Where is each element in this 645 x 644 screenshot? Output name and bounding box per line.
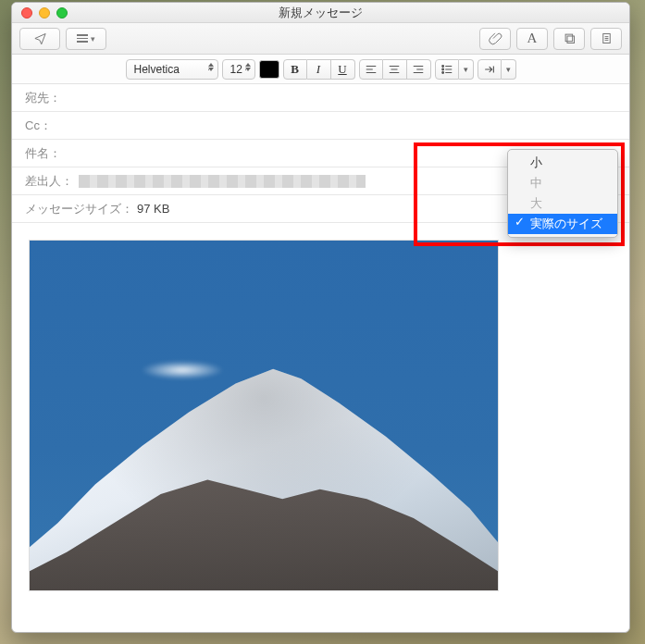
italic-button[interactable]: I [307, 59, 331, 80]
font-family-value: Helvetica [134, 63, 180, 76]
image-size-option-medium[interactable]: 中 [508, 173, 617, 193]
text-style-group: B I U [283, 59, 355, 80]
image-size-dropdown: 小 中 大 実際のサイズ [507, 149, 618, 238]
font-size-select[interactable]: 12 [222, 59, 255, 80]
send-button[interactable] [19, 28, 60, 50]
chevron-down-icon: ▾ [91, 34, 95, 43]
attached-image[interactable] [29, 240, 499, 591]
to-field[interactable]: 宛先： [12, 84, 629, 112]
titlebar: 新規メッセージ [12, 3, 629, 23]
cc-field[interactable]: Cc： [12, 112, 629, 140]
compose-window: 新規メッセージ ▾ A [11, 2, 630, 633]
image-size-option-actual[interactable]: 実際のサイズ [508, 214, 617, 234]
indent-group: ▾ [478, 59, 516, 80]
attach-button[interactable] [479, 28, 511, 50]
bullet-list-button[interactable] [435, 59, 459, 80]
bold-button[interactable]: B [283, 59, 307, 80]
list-options-button[interactable]: ▾ [459, 59, 474, 80]
font-icon: A [527, 31, 538, 46]
format-bar: Helvetica 12 B I U ▾ [12, 55, 629, 84]
message-body[interactable] [12, 223, 629, 608]
font-size-value: 12 [230, 63, 242, 76]
format-button[interactable]: A [516, 28, 548, 50]
header-fields-menu[interactable]: ▾ [66, 28, 106, 50]
message-size-label: メッセージサイズ： [25, 201, 133, 217]
document-icon [600, 31, 614, 45]
underline-button[interactable]: U [331, 59, 355, 80]
align-center-button[interactable] [383, 59, 407, 80]
alignment-group [359, 59, 431, 80]
message-size-value: 97 KB [137, 202, 169, 216]
svg-point-3 [441, 65, 443, 67]
paperclip-icon [489, 31, 502, 45]
photo-browser-button[interactable] [553, 28, 585, 50]
cc-label: Cc： [25, 118, 52, 134]
font-family-select[interactable]: Helvetica [126, 59, 218, 80]
stack-icon [563, 31, 577, 45]
window-title: 新規メッセージ [12, 5, 629, 21]
toolbar: ▾ A [12, 23, 629, 55]
image-size-option-small[interactable]: 小 [508, 153, 617, 173]
subject-label: 件名： [25, 145, 61, 162]
from-label: 差出人： [25, 173, 73, 190]
indent-options-button[interactable]: ▾ [502, 59, 516, 80]
align-right-button[interactable] [407, 59, 431, 80]
stationery-button[interactable] [590, 28, 622, 50]
svg-point-4 [441, 68, 443, 70]
indent-button[interactable] [478, 59, 502, 80]
paperplane-icon [33, 31, 47, 45]
from-value-redacted [79, 175, 366, 188]
list-group: ▾ [435, 59, 474, 80]
list-icon [77, 34, 88, 43]
svg-point-5 [441, 71, 443, 73]
svg-rect-0 [565, 34, 573, 42]
to-label: 宛先： [25, 90, 61, 106]
svg-rect-1 [567, 36, 575, 43]
align-left-button[interactable] [359, 59, 383, 80]
image-size-option-large[interactable]: 大 [508, 193, 617, 214]
text-color-swatch[interactable] [259, 60, 279, 79]
